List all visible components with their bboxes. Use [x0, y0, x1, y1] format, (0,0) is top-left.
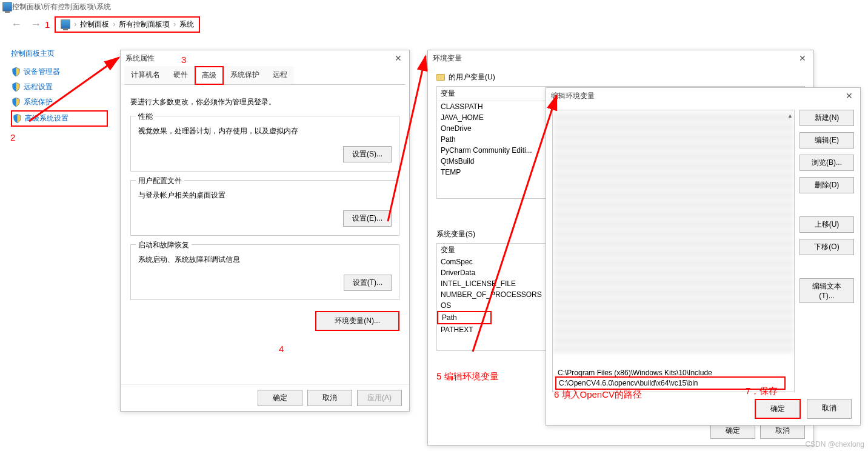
tab-advanced[interactable]: 高级: [195, 66, 224, 85]
tab-hardware[interactable]: 硬件: [167, 66, 195, 84]
dialog-system-properties: 系统属性 ✕ 计算机名 硬件 高级 系统保护 远程 要进行大多数更改，你必须作为…: [120, 50, 410, 412]
close-icon[interactable]: ✕: [796, 53, 809, 63]
move-up-button[interactable]: 上移(U): [800, 216, 854, 233]
watermark: CSDN @chexlong: [805, 440, 864, 449]
group-user-profile: 用户配置文件 与登录帐户相关的桌面设置 设置(E)...: [130, 180, 399, 236]
sidebar-item-label: 系统保护: [24, 97, 53, 107]
user-vars-label: 的用户变量(U): [436, 72, 805, 82]
close-icon[interactable]: ✕: [392, 53, 404, 63]
ok-button[interactable]: 确定: [755, 399, 801, 419]
shield-icon: [12, 67, 20, 76]
move-down-button[interactable]: 下移(O): [800, 239, 854, 255]
settings-button[interactable]: 设置(E)...: [343, 210, 392, 227]
sidebar: 控制面板主页 设备管理器 远程设置 系统保护 高级系统设置: [11, 48, 108, 128]
annotation-1: 1: [45, 19, 50, 30]
group-performance: 性能 视觉效果，处理器计划，内存使用，以及虚拟内存 设置(S)...: [130, 116, 399, 172]
breadcrumb[interactable]: › 控制面板 › 所有控制面板项 › 系统: [55, 16, 200, 33]
window-title: 控制面板\所有控制面板项\系统: [12, 2, 111, 12]
settings-button[interactable]: 设置(S)...: [343, 146, 392, 162]
settings-button[interactable]: 设置(T)...: [344, 275, 392, 291]
group-title: 用户配置文件: [136, 176, 184, 186]
shield-icon: [13, 114, 21, 123]
sidebar-item-label: 高级系统设置: [25, 113, 68, 124]
edit-text-button[interactable]: 编辑文本(T)...: [800, 278, 854, 303]
chevron-right-icon: ›: [113, 20, 115, 28]
chevron-right-icon: ›: [173, 20, 176, 28]
breadcrumb-item[interactable]: 所有控制面板项: [119, 19, 170, 30]
tab-protection[interactable]: 系统保护: [224, 66, 266, 84]
sidebar-item-remote[interactable]: 远程设置: [11, 80, 108, 94]
sidebar-title[interactable]: 控制面板主页: [11, 48, 108, 59]
shield-icon: [12, 98, 20, 107]
blurred-content: [553, 110, 794, 353]
dialog-title: 系统属性: [125, 53, 155, 64]
ok-button[interactable]: 确定: [258, 390, 302, 406]
window-title-bar: 控制面板\所有控制面板项\系统: [0, 0, 868, 13]
edit-button[interactable]: 编辑(E): [800, 132, 854, 149]
notice-text: 要进行大多数更改，你必须作为管理员登录。: [130, 97, 399, 107]
close-icon[interactable]: ✕: [843, 91, 855, 101]
dialog-edit-env-var: 编辑环境变量 ✕ ▲ C:\Program Files (x86)\Window…: [546, 87, 861, 426]
cancel-button[interactable]: 取消: [807, 399, 852, 419]
browse-button[interactable]: 浏览(B)...: [800, 155, 854, 171]
dialog-title: 编辑环境变量: [551, 91, 595, 101]
table-row-path[interactable]: Path: [437, 311, 492, 324]
tab-remote[interactable]: 远程: [266, 66, 294, 84]
group-startup: 启动和故障恢复 系统启动、系统故障和调试信息 设置(T)...: [130, 244, 399, 300]
env-vars-button[interactable]: 环境变量(N)...: [315, 311, 399, 331]
group-title: 启动和故障恢复: [136, 240, 192, 250]
new-button[interactable]: 新建(N): [800, 110, 854, 126]
annotation-2: 2: [10, 132, 15, 142]
group-text: 系统启动、系统故障和调试信息: [138, 255, 392, 265]
tabs: 计算机名 硬件 高级 系统保护 远程: [124, 66, 406, 85]
sidebar-item-protection[interactable]: 系统保护: [11, 95, 108, 109]
column-header: 变量: [441, 89, 455, 99]
dialog-title: 环境变量: [433, 53, 462, 64]
group-text: 视觉效果，处理器计划，内存使用，以及虚拟内存: [138, 126, 392, 136]
group-title: 性能: [136, 112, 155, 122]
list-item-opencv[interactable]: C:\OpenCV4.6.0\opencv\build\x64\vc15\bin: [555, 376, 786, 390]
breadcrumb-item[interactable]: 控制面板: [80, 19, 109, 30]
folder-icon: [436, 74, 445, 81]
scroll-up-icon[interactable]: ▲: [787, 113, 793, 119]
chevron-right-icon: ›: [74, 20, 76, 28]
sidebar-item-label: 设备管理器: [24, 67, 60, 77]
tab-computer-name[interactable]: 计算机名: [124, 66, 167, 84]
monitor-icon: [61, 19, 70, 29]
sidebar-item-advanced[interactable]: 高级系统设置: [11, 110, 108, 127]
apply-button[interactable]: 应用(A): [357, 390, 402, 406]
forward-arrow-icon[interactable]: →: [30, 18, 41, 31]
group-text: 与登录帐户相关的桌面设置: [138, 190, 392, 201]
path-list[interactable]: ▲ C:\Program Files (x86)\Windows Kits\10…: [552, 110, 795, 392]
nav-row: ← → 1 › 控制面板 › 所有控制面板项 › 系统: [0, 13, 868, 35]
breadcrumb-item[interactable]: 系统: [179, 19, 194, 30]
shield-icon: [12, 82, 20, 92]
cancel-button[interactable]: 取消: [307, 390, 352, 406]
sidebar-item-label: 远程设置: [24, 82, 53, 92]
label-text: 的用户变量(U): [449, 72, 495, 82]
delete-button[interactable]: 删除(D): [800, 177, 854, 193]
monitor-icon: [2, 2, 12, 12]
sidebar-item-device-manager[interactable]: 设备管理器: [11, 65, 108, 79]
back-arrow-icon[interactable]: ←: [11, 18, 22, 31]
